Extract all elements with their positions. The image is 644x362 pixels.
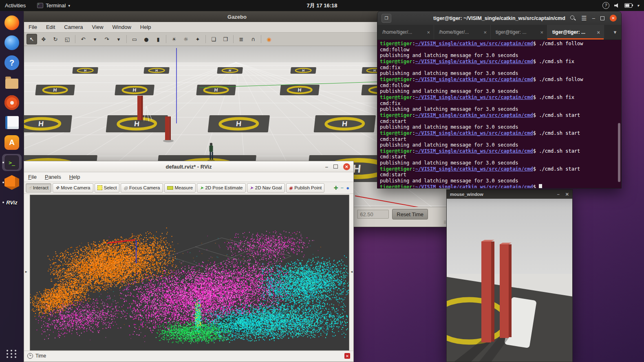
tab-close-icon[interactable]: × [482, 29, 488, 35]
panel-collapse-right-icon[interactable]: ◂ [351, 270, 353, 274]
maximize-button[interactable] [333, 165, 338, 169]
tab-list-caret-button[interactable]: ▼ [609, 25, 621, 39]
translate-icon[interactable]: ✥ [38, 34, 49, 44]
dock-item-gazebo[interactable] [2, 174, 22, 191]
tab-label: /home/tiger/... [382, 29, 412, 35]
rhythmbox-icon [4, 95, 19, 110]
redo-caret-icon[interactable]: ▾ [113, 34, 124, 44]
snap-icon[interactable]: ∩ [248, 34, 258, 44]
arrow-select-icon[interactable]: ↖ [26, 34, 37, 44]
system-status-area[interactable]: ? ▾ [602, 2, 644, 9]
tool-publish-point[interactable]: ◉Publish Point [286, 183, 325, 193]
tool-label: Select [104, 185, 117, 190]
copy-icon[interactable]: ❏ [208, 34, 219, 44]
dock-item-help[interactable]: ? [2, 54, 22, 71]
toolbar-separator [261, 35, 261, 43]
tool-label: Move Camera [61, 185, 90, 190]
dock-item-rviz[interactable]: RViz [2, 194, 22, 211]
rviz-3d-viewport[interactable] [30, 195, 349, 351]
menu-file[interactable]: File [24, 22, 42, 32]
tab-close-icon[interactable]: × [426, 29, 431, 35]
tool-focus-camera[interactable]: ◎Focus Camera [121, 183, 163, 193]
dock-item-thunderbird[interactable] [2, 34, 22, 51]
reset-time-button[interactable]: Reset Time [392, 209, 428, 219]
minimize-icon[interactable]: – [557, 192, 560, 197]
menu-help[interactable]: Help [136, 22, 156, 32]
undo-caret-icon[interactable]: ▾ [90, 34, 100, 44]
menu-camera[interactable]: Camera [60, 22, 87, 32]
close-button[interactable]: ✕ [343, 163, 350, 170]
paste-icon[interactable]: ❒ [220, 34, 231, 44]
move-camera-icon: ✥ [55, 185, 59, 191]
tool-2d-pose-estimate[interactable]: ➤2D Pose Estimate [197, 183, 245, 193]
tool-measure[interactable]: Measure [164, 183, 196, 193]
directional-light-icon[interactable]: ✦ [192, 34, 203, 44]
tab-close-icon[interactable]: × [539, 29, 545, 35]
spot-light-icon[interactable]: ☼ [181, 34, 191, 44]
terminal-header[interactable]: ❐ tiger@tiger: ~/VISIM_single/catkin_ws/… [377, 11, 621, 25]
tool-interact[interactable]: ☝Interact [26, 183, 51, 193]
minimize-button[interactable]: – [325, 164, 328, 170]
close-icon[interactable]: ✕ [565, 192, 569, 197]
search-button[interactable] [570, 15, 576, 21]
point-light-icon[interactable]: ☀ [169, 34, 179, 44]
undo-icon[interactable]: ↶ [78, 34, 88, 44]
dock-item-software[interactable]: A [2, 134, 22, 151]
menu-button[interactable]: ☰ [581, 15, 587, 22]
restore-window-icon[interactable]: ❐ [382, 14, 391, 23]
dock-item-files[interactable] [2, 74, 22, 91]
tool-2d-nav-goal[interactable]: ➤2D Nav Goal [247, 183, 285, 193]
add-tool-icon[interactable]: ✚ [334, 185, 338, 191]
dock-item-firefox[interactable] [2, 14, 22, 31]
battery-icon [624, 3, 632, 8]
clock[interactable]: 7月 17 16:18 [302, 0, 342, 11]
menu-file[interactable]: File [24, 173, 41, 181]
terminal-tab-2[interactable]: /home/tiger/...× [434, 25, 491, 39]
scale-icon[interactable]: ◱ [62, 34, 73, 44]
help-icon[interactable]: ? [602, 2, 609, 9]
dock-item-rhythmbox[interactable] [2, 94, 22, 111]
close-button[interactable]: ✕ [610, 15, 617, 22]
dock-item-writer[interactable] [2, 114, 22, 131]
focus-camera-icon: ◎ [124, 185, 128, 191]
box-icon[interactable]: ▭ [129, 34, 140, 44]
top-bar: Activities Terminal ▾ 7月 17 16:18 ? ▾ [0, 0, 644, 11]
tool-move-camera[interactable]: ✥Move Camera [53, 183, 93, 193]
mouse-window-titlebar[interactable]: mouse_window – ✕ [447, 190, 572, 199]
rviz-titlebar[interactable]: default.rviz* - RViz – ✕ [24, 161, 353, 172]
terminal-tab-4[interactable]: tiger@tiger: ...× [547, 25, 604, 39]
rotate-icon[interactable]: ↻ [50, 34, 61, 44]
terminal-scrollbar[interactable] [618, 123, 620, 182]
terminal-body[interactable]: tiger@tiger:~/VISIM_single/catkin_ws/src… [377, 40, 621, 188]
minimize-button[interactable]: – [592, 15, 595, 21]
menu-help[interactable]: Help [65, 173, 84, 181]
menu-panels[interactable]: Panels [41, 173, 65, 181]
cylinder-icon[interactable]: ▮ [153, 34, 163, 44]
views-sphere-icon[interactable]: ● [346, 185, 349, 191]
show-applications-button[interactable] [7, 350, 17, 358]
menu-edit[interactable]: Edit [42, 22, 60, 32]
publish-point-icon: ◉ [289, 185, 293, 191]
terminal-tab-3[interactable]: tiger@tiger: ...× [491, 25, 547, 39]
tab-close-icon[interactable]: × [595, 29, 601, 35]
terminal-line: tiger@tiger:~/VISIM_single/catkin_ws/src… [380, 59, 621, 65]
tool-select[interactable]: Select [95, 183, 120, 193]
maximize-button[interactable] [600, 16, 604, 20]
redo-icon[interactable]: ↷ [101, 34, 112, 44]
sphere-icon[interactable]: ● [141, 34, 152, 44]
mouse-window-viewport[interactable] [447, 199, 572, 362]
menu-view[interactable]: View [88, 22, 108, 32]
time-panel-close-button[interactable]: ✕ [344, 353, 350, 359]
hand-icon: ☝ [29, 185, 31, 191]
camera-pose-icon[interactable]: ◉ [264, 34, 274, 44]
remove-tool-icon[interactable]: − [341, 185, 344, 191]
menu-window[interactable]: Window [108, 22, 136, 32]
align-icon[interactable]: ≣ [236, 34, 247, 44]
terminal-tab-1[interactable]: /home/tiger/...× [377, 25, 434, 39]
terminal-line: cmd:fix [380, 101, 621, 107]
panel-collapse-left-icon[interactable]: ▸ [25, 270, 27, 274]
terminal-line: cmd:follow [380, 47, 621, 53]
dock-item-terminal[interactable]: >_ [2, 154, 22, 171]
activities-button[interactable]: Activities [0, 0, 31, 11]
app-menu[interactable]: Terminal ▾ [32, 0, 75, 11]
